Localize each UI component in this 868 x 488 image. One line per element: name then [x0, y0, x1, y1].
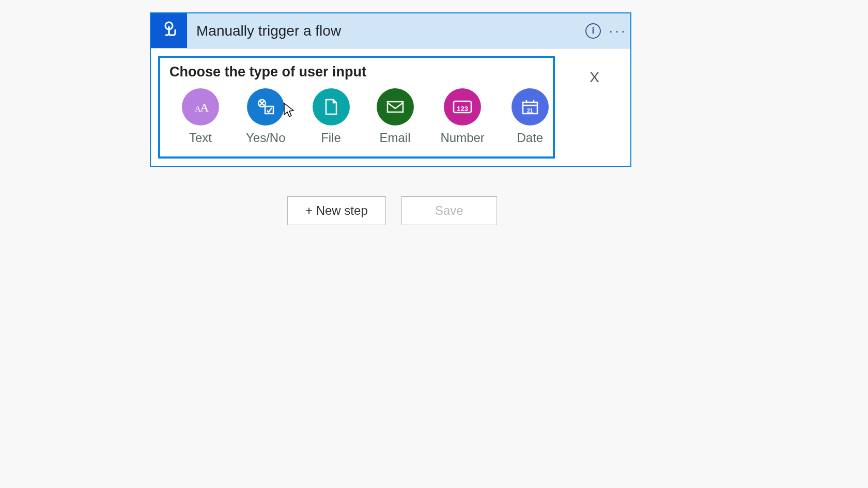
- trigger-card: Manually trigger a flow i ··· Choose the…: [150, 12, 631, 167]
- input-type-number[interactable]: 123 Number: [441, 88, 485, 145]
- close-panel-button[interactable]: X: [590, 69, 599, 86]
- number-icon-text: 123: [457, 104, 468, 112]
- more-icon: ···: [609, 24, 627, 38]
- touch-icon: [151, 13, 187, 48]
- email-icon: [377, 88, 414, 125]
- input-type-date[interactable]: 21 Date: [512, 88, 549, 145]
- trigger-title: Manually trigger a flow: [187, 23, 581, 39]
- input-type-label: Date: [517, 131, 544, 145]
- input-type-label: Yes/No: [246, 131, 286, 145]
- info-button[interactable]: i: [581, 13, 606, 49]
- svg-rect-6: [265, 106, 273, 114]
- more-button[interactable]: ···: [606, 13, 630, 49]
- actions-row: + New step Save: [287, 196, 497, 225]
- info-icon: i: [585, 23, 601, 39]
- number-icon: 123: [444, 88, 481, 125]
- date-icon: 21: [512, 88, 549, 125]
- input-type-label: Number: [441, 131, 485, 145]
- svg-rect-7: [388, 102, 403, 112]
- panel-title: Choose the type of user input: [169, 64, 544, 80]
- save-button[interactable]: Save: [401, 196, 497, 225]
- input-type-label: Email: [379, 131, 410, 145]
- input-type-label: Text: [189, 131, 212, 145]
- input-type-email[interactable]: Email: [377, 88, 414, 145]
- input-type-options: A A Text: [182, 88, 544, 145]
- yesno-icon: [247, 88, 284, 125]
- trigger-body: Choose the type of user input A A Text: [151, 49, 630, 166]
- text-icon: A A: [182, 88, 219, 125]
- input-type-panel: Choose the type of user input A A Text: [158, 56, 555, 159]
- input-type-yesno[interactable]: Yes/No: [246, 88, 286, 145]
- trigger-header: Manually trigger a flow i ···: [151, 13, 630, 49]
- new-step-button[interactable]: + New step: [287, 196, 386, 225]
- input-type-text[interactable]: A A Text: [182, 88, 219, 145]
- input-type-label: File: [321, 131, 341, 145]
- svg-text:A: A: [200, 101, 209, 114]
- date-day: 21: [527, 107, 533, 114]
- file-icon: [313, 88, 350, 125]
- input-type-file[interactable]: File: [313, 88, 350, 145]
